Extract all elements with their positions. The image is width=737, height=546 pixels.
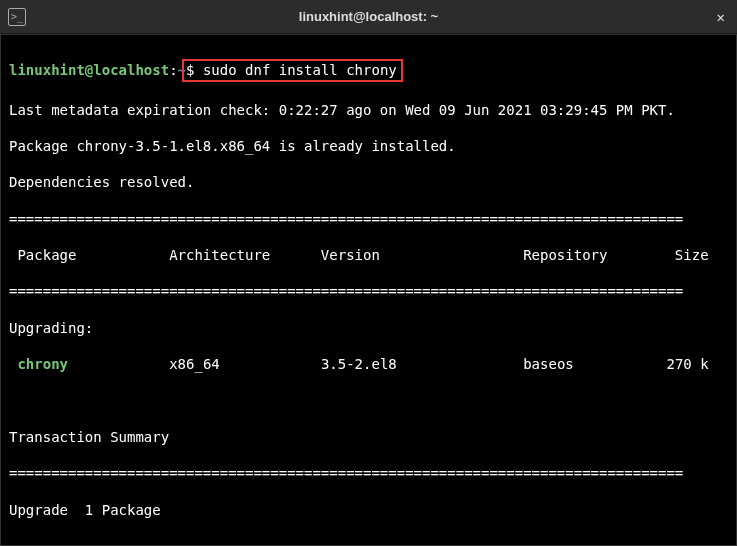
prompt-user-host: linuxhint@localhost bbox=[9, 62, 169, 78]
command-highlight: $ sudo dnf install chrony bbox=[182, 59, 403, 82]
output-metadata: Last metadata expiration check: 0:22:27 … bbox=[9, 101, 728, 119]
output-package-details: x86_64 3.5-2.el8 baseos 270 k bbox=[68, 356, 709, 372]
output-package-name: chrony bbox=[9, 356, 68, 372]
prompt-separator: : bbox=[169, 62, 177, 78]
output-txn-summary: Transaction Summary bbox=[9, 428, 728, 446]
output-deps-resolved: Dependencies resolved. bbox=[9, 173, 728, 191]
window-titlebar: >_ linuxhint@localhost: ~ ✕ bbox=[0, 0, 737, 34]
window-title: linuxhint@localhost: ~ bbox=[299, 9, 438, 24]
output-upgrading-label: Upgrading: bbox=[9, 319, 728, 337]
command-text: sudo dnf install chrony bbox=[203, 62, 397, 78]
output-table-header: Package Architecture Version Repository … bbox=[9, 246, 728, 264]
terminal-content[interactable]: linuxhint@localhost:~$ sudo dnf install … bbox=[0, 34, 737, 546]
output-divider: ========================================… bbox=[9, 464, 728, 482]
output-upgrade-count: Upgrade 1 Package bbox=[9, 501, 728, 519]
close-button[interactable]: ✕ bbox=[713, 7, 729, 27]
output-divider: ========================================… bbox=[9, 210, 728, 228]
terminal-icon: >_ bbox=[8, 8, 26, 26]
output-already-installed: Package chrony-3.5-1.el8.x86_64 is alrea… bbox=[9, 137, 728, 155]
prompt-dollar: $ bbox=[186, 62, 194, 78]
output-divider: ========================================… bbox=[9, 282, 728, 300]
